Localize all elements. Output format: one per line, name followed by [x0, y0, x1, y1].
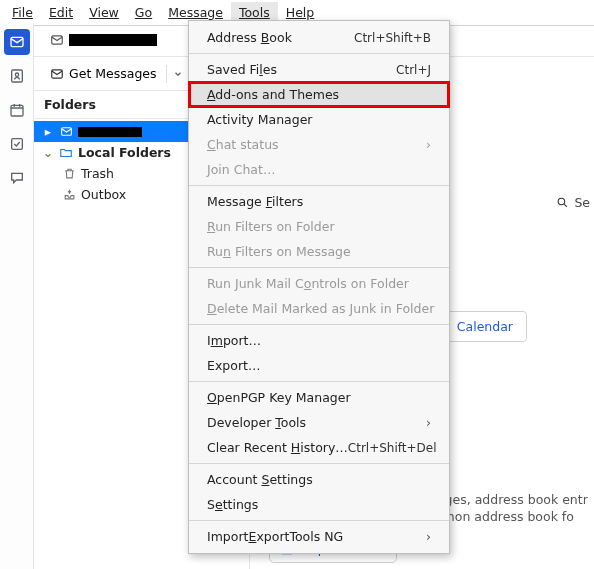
menu-run-filters-message: Run Filters on Message [189, 239, 449, 264]
tasks-space-icon[interactable] [4, 131, 30, 157]
chevron-down-icon[interactable] [166, 65, 189, 83]
shortcut: Ctrl+Shift+Del [348, 441, 437, 455]
chevron-right-icon[interactable]: ▸ [42, 124, 54, 139]
menu-message-filters[interactable]: Message Filters [189, 189, 449, 214]
menu-separator [189, 185, 449, 186]
menu-import-export-ng[interactable]: ImportExportTools NG › [189, 524, 449, 549]
menu-settings[interactable]: Settings [189, 492, 449, 517]
outbox-icon [62, 188, 76, 201]
menu-clear-history[interactable]: Clear Recent History… Ctrl+Shift+Del [189, 435, 449, 460]
address-book-space-icon[interactable] [4, 63, 30, 89]
search-fragment: Se [574, 195, 590, 210]
menu-run-junk: Run Junk Mail Controls on Folder [189, 271, 449, 296]
redacted-account-name [78, 127, 142, 137]
menu-separator [189, 463, 449, 464]
search-icon [556, 196, 569, 209]
menu-address-book[interactable]: Address Book Ctrl+Shift+B [189, 25, 449, 50]
menu-account-settings[interactable]: Account Settings [189, 467, 449, 492]
menu-separator [189, 324, 449, 325]
menu-developer-tools[interactable]: Developer Tools › [189, 410, 449, 435]
chevron-down-icon[interactable]: ⌄ [42, 145, 54, 160]
menu-addons-themes[interactable]: Add-ons and Themes [189, 82, 449, 107]
mail-icon [59, 125, 73, 138]
menu-openpgp[interactable]: OpenPGP Key Manager [189, 385, 449, 410]
download-icon [50, 67, 64, 81]
svg-rect-3 [11, 105, 23, 116]
menu-export[interactable]: Export… [189, 353, 449, 378]
menu-delete-junk: Delete Mail Marked as Junk in Folder [189, 296, 449, 321]
spaces-toolbar [0, 23, 34, 569]
calendar-space-icon[interactable] [4, 97, 30, 123]
menu-activity-manager[interactable]: Activity Manager [189, 107, 449, 132]
get-messages-button[interactable]: Get Messages [42, 61, 197, 87]
get-messages-label: Get Messages [69, 66, 157, 81]
svg-rect-4 [11, 139, 22, 150]
menu-separator [189, 520, 449, 521]
shortcut: Ctrl+Shift+B [354, 31, 431, 45]
menu-separator [189, 53, 449, 54]
mail-space-icon[interactable] [4, 29, 30, 55]
trash-label: Trash [81, 166, 114, 181]
menu-edit[interactable]: Edit [41, 2, 81, 23]
menu-go[interactable]: Go [127, 2, 160, 23]
chevron-right-icon: › [426, 137, 431, 152]
menu-separator [189, 381, 449, 382]
calendar-label: Calendar [457, 319, 513, 334]
chat-space-icon[interactable] [4, 165, 30, 191]
menu-file[interactable]: File [4, 2, 41, 23]
search-hint[interactable]: Se [556, 195, 590, 210]
menu-import[interactable]: Import… [189, 328, 449, 353]
shortcut: Ctrl+J [396, 63, 431, 77]
menu-join-chat: Join Chat… [189, 157, 449, 182]
outbox-label: Outbox [81, 187, 126, 202]
menu-view[interactable]: View [81, 2, 127, 23]
menu-separator [189, 267, 449, 268]
local-folders-label: Local Folders [78, 145, 171, 160]
chevron-right-icon: › [426, 529, 431, 544]
menu-saved-files[interactable]: Saved Files Ctrl+J [189, 57, 449, 82]
svg-point-2 [15, 73, 18, 76]
mail-icon [50, 33, 64, 47]
svg-point-8 [559, 198, 566, 205]
menu-run-filters-folder: Run Filters on Folder [189, 214, 449, 239]
folder-icon [59, 146, 73, 160]
redacted-account-name [69, 34, 157, 46]
trash-icon [62, 167, 76, 180]
menu-chat-status: Chat status › [189, 132, 449, 157]
account-tab[interactable] [42, 29, 165, 51]
chevron-right-icon: › [426, 415, 431, 430]
tools-menu: Address Book Ctrl+Shift+B Saved Files Ct… [188, 20, 450, 554]
